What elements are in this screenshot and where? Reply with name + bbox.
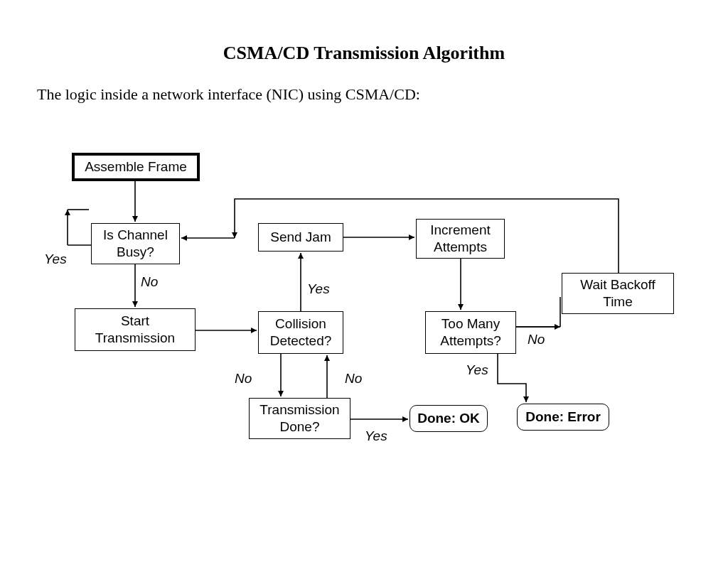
node-label: Start Transmission bbox=[80, 313, 191, 347]
node-label: Done: OK bbox=[417, 410, 480, 427]
node-label: Send Jam bbox=[270, 229, 331, 246]
node-collision-detected: Collision Detected? bbox=[258, 311, 343, 354]
node-transmission-done: Transmission Done? bbox=[249, 398, 350, 439]
node-assemble-frame: Assemble Frame bbox=[72, 153, 200, 181]
node-too-many-attempts: Too Many Attempts? bbox=[425, 311, 516, 354]
edge-toomany-yes: Yes bbox=[466, 362, 488, 378]
edge-collision-no: No bbox=[235, 371, 252, 387]
node-label: Too Many Attempts? bbox=[430, 315, 511, 350]
diagram-title: CSMA/CD Transmission Algorithm bbox=[0, 43, 728, 64]
edge-txdone-yes: Yes bbox=[365, 428, 387, 444]
node-wait-backoff: Wait Backoff Time bbox=[562, 273, 674, 314]
node-label: Increment Attempts bbox=[421, 222, 500, 256]
node-increment-attempts: Increment Attempts bbox=[416, 219, 505, 259]
edge-channel-yes: Yes bbox=[44, 252, 67, 267]
edge-txdone-no: No bbox=[345, 371, 362, 387]
edge-channel-no: No bbox=[141, 274, 158, 290]
edge-toomany-no: No bbox=[528, 332, 545, 347]
diagram-subtitle: The logic inside a network interface (NI… bbox=[37, 85, 420, 104]
edge-collision-yes: Yes bbox=[307, 281, 330, 297]
node-send-jam: Send Jam bbox=[258, 223, 343, 252]
node-label: Collision Detected? bbox=[263, 315, 338, 350]
node-start-transmission: Start Transmission bbox=[75, 308, 196, 351]
node-label: Done: Error bbox=[525, 409, 601, 426]
node-label: Assemble Frame bbox=[85, 158, 187, 175]
node-done-error: Done: Error bbox=[517, 404, 609, 431]
node-label: Is Channel Busy? bbox=[96, 227, 175, 261]
node-done-ok: Done: OK bbox=[410, 405, 488, 432]
node-label: Transmission Done? bbox=[254, 401, 346, 436]
node-label: Wait Backoff Time bbox=[567, 276, 669, 310]
node-is-channel-busy: Is Channel Busy? bbox=[91, 223, 180, 264]
